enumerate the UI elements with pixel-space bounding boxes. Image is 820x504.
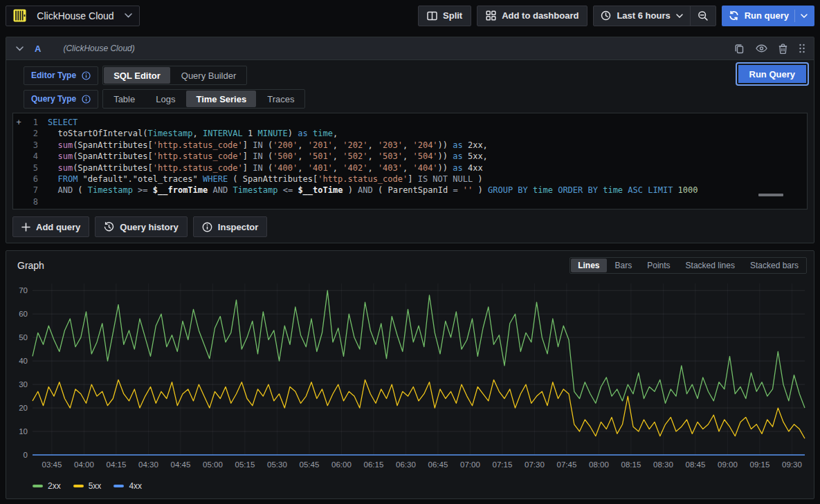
y-tick-label: 10 <box>19 427 28 436</box>
legend-label: 5xx <box>89 481 102 491</box>
x-tick-label: 06:00 <box>331 460 352 469</box>
clock-icon <box>601 10 611 21</box>
sql-line: 6 FROM "default"."otel_traces" WHERE ( S… <box>13 174 807 185</box>
gutter-plus-icon: + <box>13 117 24 128</box>
graph-style-stacked-lines[interactable]: Stacked lines <box>679 259 742 272</box>
query-footer-actions: Add query Query history Inspector <box>12 216 808 237</box>
hide-query-button[interactable] <box>756 44 767 53</box>
sql-line: 8 <box>13 196 807 207</box>
drag-handle-icon[interactable] <box>799 44 805 53</box>
graph-style-options: Lines Bars Points Stacked lines Stacked … <box>570 257 807 274</box>
legend-swatch <box>33 485 43 487</box>
query-history-button[interactable]: Query history <box>95 216 188 237</box>
graph-style-lines[interactable]: Lines <box>571 259 606 272</box>
sql-line: +1SELECT <box>13 117 807 128</box>
sql-line-content: SELECT <box>48 117 78 128</box>
line-number: 2 <box>24 128 38 139</box>
y-tick-label: 60 <box>19 310 28 318</box>
x-tick-label: 07:15 <box>493 460 513 469</box>
inspector-button[interactable]: Inspector <box>193 216 268 237</box>
datasource-picker[interactable]: ClickHouse Cloud <box>6 6 140 26</box>
legend-item-2xx[interactable]: 2xx <box>33 481 61 491</box>
legend-label: 4xx <box>129 481 142 491</box>
run-query-panel-button[interactable]: Run Query <box>737 64 808 84</box>
info-circle-icon <box>202 222 212 232</box>
query-type-traces[interactable]: Traces <box>257 91 304 107</box>
gutter-plus-icon <box>13 128 24 139</box>
delete-query-button[interactable] <box>778 44 787 54</box>
zoom-out-button[interactable] <box>691 6 716 26</box>
inspector-label: Inspector <box>218 222 259 232</box>
gutter-plus-icon <box>13 185 24 196</box>
gutter-plus-icon <box>13 151 24 162</box>
chevron-down-icon <box>801 14 808 18</box>
x-tick-label: 07:00 <box>460 460 480 469</box>
x-tick-label: 09:00 <box>718 460 738 469</box>
editor-type-label: Editor Type <box>31 71 76 80</box>
info-icon[interactable] <box>82 95 91 104</box>
y-tick-label: 0 <box>24 451 28 459</box>
legend-item-5xx[interactable]: 5xx <box>73 481 102 491</box>
sql-code-editor[interactable]: +1SELECT2 toStartOfInterval(Timestamp, I… <box>12 113 808 209</box>
split-button[interactable]: Split <box>418 6 471 26</box>
add-to-dashboard-button[interactable]: Add to dashboard <box>477 6 587 26</box>
sql-line: 2 toStartOfInterval(Timestamp, INTERVAL … <box>13 128 807 139</box>
duplicate-query-button[interactable] <box>734 44 745 54</box>
run-query-topbar-button[interactable]: Run query <box>722 6 814 26</box>
editor-horizontal-scrollbar[interactable] <box>758 194 783 196</box>
info-icon[interactable] <box>82 71 91 80</box>
time-series-chart[interactable]: 01020304050607003:4504:0004:1504:3004:45… <box>12 278 808 477</box>
x-tick-label: 04:15 <box>107 460 127 469</box>
datasource-name: ClickHouse Cloud <box>32 10 119 21</box>
chevron-down-icon <box>676 14 683 18</box>
gutter-plus-icon <box>13 140 24 151</box>
sql-line-content: AND ( Timestamp >= $__fromTime AND Times… <box>48 185 698 196</box>
x-tick-label: 07:45 <box>557 460 577 469</box>
editor-type-sql-editor[interactable]: SQL Editor <box>104 67 170 84</box>
x-tick-label: 08:30 <box>653 460 673 469</box>
x-tick-label: 03:45 <box>42 460 62 469</box>
line-number: 7 <box>24 185 38 196</box>
query-type-logs[interactable]: Logs <box>146 91 185 107</box>
sync-icon <box>729 10 739 21</box>
y-tick-label: 30 <box>19 380 28 389</box>
graph-style-points[interactable]: Points <box>640 259 677 272</box>
query-type-time-series[interactable]: Time Series <box>186 91 256 107</box>
y-tick-label: 20 <box>19 404 28 412</box>
sql-line-content: FROM "default"."otel_traces" WHERE ( Spa… <box>48 174 483 185</box>
editor-type-query-builder[interactable]: Query Builder <box>172 67 246 84</box>
line-number: 4 <box>24 151 38 162</box>
y-tick-label: 50 <box>19 333 28 342</box>
add-query-button[interactable]: Add query <box>12 216 89 237</box>
x-tick-label: 05:15 <box>235 460 255 469</box>
x-tick-label: 08:15 <box>621 460 641 469</box>
plus-icon <box>21 223 30 232</box>
graph-panel-title: Graph <box>17 260 44 271</box>
x-tick-label: 08:00 <box>589 460 609 469</box>
sql-line-content: toStartOfInterval(Timestamp, INTERVAL 1 … <box>48 128 338 139</box>
graph-style-bars[interactable]: Bars <box>608 259 639 272</box>
collapse-query-button[interactable] <box>15 45 25 53</box>
history-icon <box>104 222 114 232</box>
clickhouse-logo-icon <box>13 9 26 22</box>
legend-item-4xx[interactable]: 4xx <box>113 481 142 491</box>
query-editor-panel: A (ClickHouse Cloud) Editor Type <box>6 37 814 243</box>
editor-type-options: SQL Editor Query Builder <box>102 66 247 85</box>
zoom-out-icon <box>698 10 709 21</box>
editor-type-label-chip: Editor Type <box>24 66 98 85</box>
query-type-row: Query Type Table Logs Time Series Traces <box>24 89 808 109</box>
time-picker-group: Last 6 hours <box>593 6 716 26</box>
query-editor-body: Editor Type SQL Editor Query Builder Run… <box>6 60 814 243</box>
topbar-actions: Split Add to dashboard Last 6 hours <box>418 6 814 26</box>
sql-line-content: sum(SpanAttributes['http.status_code'] I… <box>48 151 488 162</box>
query-ref-id[interactable]: A <box>35 44 41 54</box>
editor-type-row: Editor Type SQL Editor Query Builder <box>24 66 808 85</box>
query-row-header[interactable]: A (ClickHouse Cloud) <box>6 37 814 60</box>
split-icon <box>427 11 437 21</box>
divider <box>794 10 795 22</box>
time-range-label: Last 6 hours <box>617 10 670 21</box>
x-tick-label: 04:00 <box>74 460 94 469</box>
query-type-table[interactable]: Table <box>104 91 145 107</box>
time-range-button[interactable]: Last 6 hours <box>594 6 689 26</box>
graph-style-stacked-bars[interactable]: Stacked bars <box>743 259 805 272</box>
